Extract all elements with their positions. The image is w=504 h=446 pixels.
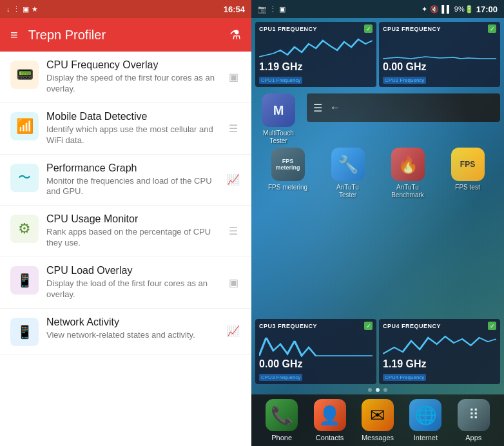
cpu2-widget[interactable]: CPU2 FREQUENCY ✓ 0.00 GHz CPU2 Frequency — [379, 22, 500, 87]
contacts-label: Contacts — [316, 434, 344, 441]
antutu-benchmark-label: AnTuTuBenchmark — [391, 184, 424, 199]
multitouch-tester-item[interactable]: M MultiTouchTester — [255, 93, 302, 145]
dot-1 — [368, 388, 372, 392]
notification-shade[interactable]: ☰ ← — [307, 93, 500, 122]
dock-contacts[interactable]: 👤 Contacts — [309, 399, 351, 441]
cpu3-sublabel: CPU3 Frequency — [259, 374, 302, 381]
cpu4-widget[interactable]: CPU4 FREQUENCY ✓ 1.19 GHz CPU4 Frequency — [379, 319, 500, 384]
dot-3 — [383, 388, 387, 392]
dots-indicator — [251, 385, 504, 394]
cpu3-value: 0.00 GHz — [259, 358, 373, 370]
cpu1-graph — [259, 34, 373, 60]
right-panel: 📷 ⋮ ▣ ✦ 🔇 ▌▌ 9%🔋 17:00 CPU1 FREQUENCY ✓ — [251, 0, 504, 446]
fps-test-label: FPS test — [455, 184, 480, 191]
cpu1-widget-header: CPU1 FREQUENCY ✓ — [259, 24, 373, 33]
cpu-frequency-overlay-title: CPU Frequency Overlay — [46, 59, 226, 71]
cpu2-label: CPU2 FREQUENCY — [383, 26, 441, 32]
mute-icon: 🔇 — [430, 5, 439, 14]
status-bar-right: 📷 ⋮ ▣ ✦ 🔇 ▌▌ 9%🔋 17:00 — [251, 0, 504, 18]
dock-apps[interactable]: ⠿ Apps — [453, 399, 494, 441]
network-activity-action[interactable]: 📈 — [226, 325, 241, 337]
status-time-right: 17:00 — [476, 5, 498, 14]
performance-graph-action[interactable]: 📈 — [226, 173, 241, 186]
cpu4-graph — [383, 331, 496, 357]
menu-item-mobile-data-detective[interactable]: 📶 Mobile Data Detective Identify which a… — [0, 103, 251, 155]
menu-item-network-activity[interactable]: 📱 Network Activity View network-related … — [0, 309, 251, 354]
app-bar: ≡ Trepn Profiler ⚗ — [0, 18, 251, 52]
mobile-data-detective-icon: 📶 — [10, 112, 39, 141]
network-activity-desc: View network-related states and activity… — [46, 330, 226, 341]
phone-content: CPU1 FREQUENCY ✓ 1.19 GHz CPU1 Frequency… — [251, 18, 504, 446]
battery-right: 9%🔋 — [454, 5, 474, 14]
notification-menu-icon: ☰ — [313, 102, 322, 114]
cpu4-widget-header: CPU4 FREQUENCY ✓ — [383, 322, 496, 330]
antutu-benchmark-icon: 🔥 — [391, 148, 425, 181]
fps-test-icon: FPS — [451, 148, 485, 181]
mobile-data-detective-text: Mobile Data Detective Identify which app… — [46, 111, 226, 146]
cpu3-widget[interactable]: CPU3 FREQUENCY ✓ 0.00 GHz CPU3 Frequency — [255, 319, 376, 384]
cpu2-value: 0.00 GHz — [383, 61, 496, 73]
notification-back-icon: ← — [330, 102, 340, 113]
menu-item-performance-graph[interactable]: 〜 Performance Graph Monitor the frequenc… — [0, 155, 251, 206]
cpu-load-overlay-icon: 📱 — [10, 266, 39, 295]
cpu-frequency-overlay-icon: 📟 — [10, 61, 39, 89]
cpu3-checkbox[interactable]: ✓ — [364, 322, 373, 330]
flask-icon[interactable]: ⚗ — [229, 27, 241, 43]
cpu-frequency-overlay-action[interactable]: ▣ — [226, 71, 241, 83]
cpu2-checkbox[interactable]: ✓ — [488, 24, 496, 33]
cpu2-graph — [383, 34, 496, 60]
antutu-benchmark-item[interactable]: 🔥 AnTuTuBenchmark — [385, 148, 431, 199]
apps-row-2: FPSmetering FPS metering 🔧 AnTuTuTester … — [255, 148, 500, 199]
antutu-tester-item[interactable]: 🔧 AnTuTuTester — [325, 148, 371, 199]
cpu1-widget[interactable]: CPU1 FREQUENCY ✓ 1.19 GHz CPU1 Frequency — [255, 22, 376, 87]
phone-label: Phone — [271, 434, 292, 441]
cpu-usage-monitor-desc: Rank apps based on the percentage of CPU… — [46, 227, 226, 249]
network-activity-text: Network Activity View network-related st… — [46, 316, 226, 341]
download-icon: ↓ — [6, 5, 10, 13]
performance-graph-text: Performance Graph Monitor the frequencie… — [46, 162, 226, 198]
cpu-usage-monitor-icon: ⚙ — [10, 215, 39, 243]
cpu2-widget-header: CPU2 FREQUENCY ✓ — [383, 24, 496, 33]
dock-messages[interactable]: ✉ Messages — [357, 399, 398, 441]
cpu-frequency-overlay-desc: Display the speed of the first four core… — [46, 73, 226, 95]
messages-icon: ✉ — [362, 399, 394, 431]
cpu-load-overlay-action[interactable]: ▣ — [226, 276, 241, 289]
multitouch-tester-label: MultiTouchTester — [263, 130, 294, 145]
cpu1-checkbox[interactable]: ✓ — [364, 24, 373, 33]
fps-metering-item[interactable]: FPSmetering FPS metering — [265, 148, 311, 199]
fps-test-item[interactable]: FPS FPS test — [445, 148, 491, 199]
dock-phone[interactable]: 📞 Phone — [261, 399, 302, 441]
mobile-data-detective-action[interactable]: ☰ — [226, 122, 241, 135]
cpu-usage-monitor-text: CPU Usage Monitor Rank apps based on the… — [46, 213, 226, 249]
apps-label: Apps — [465, 434, 481, 441]
network-activity-icon: 📱 — [10, 318, 39, 346]
dock-internet[interactable]: 🌐 Internet — [405, 399, 446, 441]
cpu-usage-monitor-action[interactable]: ☰ — [226, 225, 241, 237]
cpu3-label: CPU3 FREQUENCY — [259, 323, 317, 329]
status-icons-right: 📷 ⋮ ▣ — [258, 5, 286, 14]
menu-item-cpu-frequency-overlay[interactable]: 📟 CPU Frequency Overlay Display the spee… — [0, 52, 251, 103]
cpu4-checkbox[interactable]: ✓ — [488, 322, 496, 330]
cpu-widgets-top-row: CPU1 FREQUENCY ✓ 1.19 GHz CPU1 Frequency… — [251, 18, 504, 90]
app-title: Trepn Profiler — [28, 28, 219, 43]
internet-icon: 🌐 — [409, 399, 441, 431]
multitouch-tester-icon: M — [262, 93, 295, 127]
cpu-load-overlay-desc: Display the load of the first four cores… — [46, 278, 226, 300]
menu-item-cpu-load-overlay[interactable]: 📱 CPU Load Overlay Display the load of t… — [0, 257, 251, 309]
cpu3-graph — [259, 331, 373, 357]
cpu2-sublabel: CPU2 Frequency — [383, 77, 426, 84]
cpu4-label: CPU4 FREQUENCY — [383, 323, 441, 329]
cpu4-value: 1.19 GHz — [383, 358, 496, 370]
cpu-widgets-bottom-row: CPU3 FREQUENCY ✓ 0.00 GHz CPU3 Frequency… — [251, 316, 504, 385]
left-panel: ↓ ⋮ ▣ ★ 16:54 ≡ Trepn Profiler ⚗ 📟 CPU F… — [0, 0, 251, 446]
status-bar-left: ↓ ⋮ ▣ ★ 16:54 — [0, 0, 251, 18]
bluetooth-icon: ✦ — [422, 5, 427, 14]
hamburger-menu[interactable]: ≡ — [10, 28, 18, 43]
screen-icon: ▣ — [23, 5, 29, 14]
cpu-load-overlay-text: CPU Load Overlay Display the load of the… — [46, 265, 226, 300]
screen-right-icon: ▣ — [279, 5, 286, 14]
cpu4-sublabel: CPU4 Frequency — [383, 374, 426, 381]
antutu-tester-icon: 🔧 — [331, 148, 365, 181]
menu-item-cpu-usage-monitor[interactable]: ⚙ CPU Usage Monitor Rank apps based on t… — [0, 206, 251, 257]
mobile-data-detective-title: Mobile Data Detective — [46, 111, 226, 122]
